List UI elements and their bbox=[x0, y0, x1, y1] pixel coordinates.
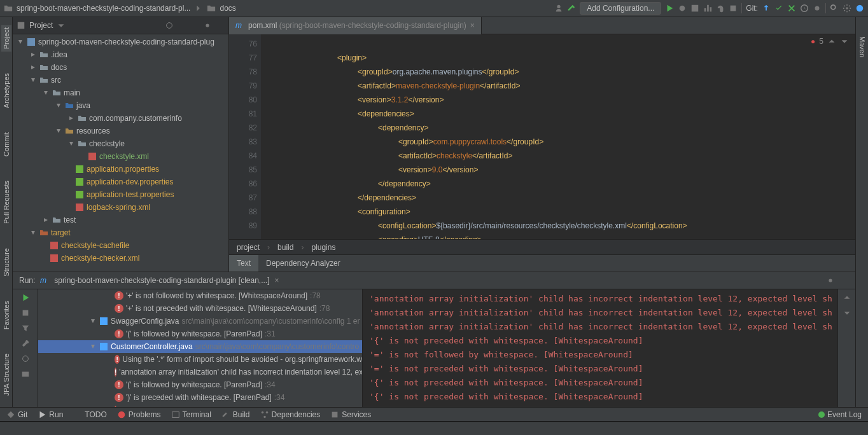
tab-maven[interactable]: Maven bbox=[858, 36, 866, 57]
tool-deps[interactable]: Dependencies bbox=[260, 410, 321, 419]
stop-icon[interactable] bbox=[729, 4, 738, 13]
run-tree-row[interactable]: !'+' is not preceded with whitespace. [W… bbox=[38, 302, 362, 315]
run-tree-row[interactable]: !Using the '.*' form of import should be… bbox=[38, 353, 362, 366]
git-push-icon[interactable] bbox=[787, 4, 796, 13]
coverage-icon[interactable] bbox=[690, 4, 699, 13]
tree-row-checkstyle-xml[interactable]: checkstyle.xml bbox=[13, 150, 228, 163]
history-icon[interactable] bbox=[800, 4, 809, 13]
select-opened-icon[interactable] bbox=[165, 21, 174, 30]
scroll-bottom-icon[interactable] bbox=[843, 308, 851, 317]
run-header: Run: m spring-boot-maven-checkstyle-codi… bbox=[13, 272, 855, 289]
sub-tab-text[interactable]: Text bbox=[229, 255, 258, 272]
tool-terminal[interactable]: Terminal bbox=[171, 410, 211, 419]
gear-icon[interactable] bbox=[843, 4, 851, 13]
run-console[interactable]: 'annotation array initialization' child … bbox=[363, 289, 837, 407]
tree-row-target[interactable]: target bbox=[13, 226, 228, 239]
tab-archetypes[interactable]: Archetypes bbox=[1, 71, 11, 111]
tree-row-pkg[interactable]: com.company.customerinfo bbox=[13, 112, 228, 125]
tree-row-root[interactable]: spring-boot-maven-checkstyle-coding-stan… bbox=[13, 36, 228, 48]
scroll-top-icon[interactable] bbox=[843, 293, 851, 302]
tree-row-app-props[interactable]: application.properties bbox=[13, 163, 228, 176]
user-icon[interactable] bbox=[554, 4, 563, 13]
tree-row-app-test-props[interactable]: application-test.properties bbox=[13, 188, 228, 201]
tool-problems[interactable]: Problems bbox=[117, 410, 161, 419]
tab-structure[interactable]: Structure bbox=[1, 245, 11, 279]
tab-project[interactable]: Project bbox=[1, 25, 11, 52]
attach-icon[interactable] bbox=[716, 4, 725, 13]
gear-icon[interactable] bbox=[826, 276, 835, 285]
tree-row-docs[interactable]: docs bbox=[13, 61, 228, 74]
tree-row-checkstyle-dir[interactable]: checkstyle bbox=[13, 137, 228, 150]
tree-row-test[interactable]: test bbox=[13, 214, 228, 226]
run-tree-row[interactable]: !'(' is followed by whitespace. [ParenPa… bbox=[38, 328, 362, 340]
target-icon[interactable] bbox=[21, 354, 30, 363]
tree-row-java[interactable]: java bbox=[13, 99, 228, 112]
run-tree-row[interactable]: !')' is preceded with whitespace. [Paren… bbox=[38, 391, 362, 404]
hide-icon[interactable] bbox=[216, 21, 225, 30]
breadcrumb-folder[interactable]: docs bbox=[220, 4, 235, 13]
revert-icon[interactable] bbox=[813, 4, 822, 13]
tab-favorites[interactable]: Favorites bbox=[1, 298, 11, 332]
tree-row-main[interactable]: main bbox=[13, 86, 228, 99]
editor-tab-bar: m pom.xml (spring-boot-maven-checkstyle-… bbox=[229, 17, 855, 34]
chevron-down-icon[interactable] bbox=[840, 37, 849, 46]
chevron-up-icon[interactable] bbox=[827, 37, 836, 46]
wrench-icon[interactable] bbox=[21, 339, 30, 348]
tree-row-idea[interactable]: .idea bbox=[13, 48, 228, 61]
stop-icon[interactable] bbox=[21, 308, 30, 317]
gear-icon[interactable] bbox=[203, 21, 212, 30]
tool-run[interactable]: Run bbox=[38, 410, 63, 419]
run-tree-row[interactable]: SwaggerConfig.java src\main\java\com\com… bbox=[38, 315, 362, 328]
editor-code[interactable]: <plugin> <groupId>org.apache.maven.plugi… bbox=[261, 34, 855, 239]
svg-point-3 bbox=[831, 5, 836, 10]
collapse-all-icon[interactable] bbox=[190, 21, 199, 30]
add-configuration-button[interactable]: Add Configuration... bbox=[580, 2, 661, 15]
project-tree[interactable]: spring-boot-maven-checkstyle-coding-stan… bbox=[13, 34, 228, 272]
tool-event-log[interactable]: Event Log bbox=[818, 410, 862, 419]
run-tree-row[interactable]: !'(' is followed by whitespace. [ParenPa… bbox=[38, 378, 362, 391]
search-icon[interactable] bbox=[830, 4, 839, 13]
run-config-name[interactable]: spring-boot-maven-checkstyle-coding-stan… bbox=[54, 276, 269, 285]
soft-wrap-icon[interactable] bbox=[843, 324, 851, 333]
hide-icon[interactable] bbox=[840, 276, 849, 285]
close-icon[interactable]: × bbox=[470, 21, 475, 30]
tree-row-app-dev-props[interactable]: application-dev.properties bbox=[13, 176, 228, 188]
chevron-down-icon[interactable] bbox=[57, 21, 66, 30]
inspection-widget[interactable]: ●5 bbox=[811, 37, 849, 46]
run-icon[interactable] bbox=[665, 4, 674, 13]
expand-all-icon[interactable] bbox=[178, 21, 186, 30]
rerun-icon[interactable] bbox=[21, 293, 30, 302]
profile-icon[interactable] bbox=[703, 4, 712, 13]
tool-build[interactable]: Build bbox=[221, 410, 250, 419]
jetbrains-icon[interactable] bbox=[855, 4, 864, 13]
tab-jpa[interactable]: JPA Structure bbox=[1, 351, 11, 398]
editor-tab-pom[interactable]: m pom.xml (spring-boot-maven-checkstyle-… bbox=[229, 17, 482, 34]
project-title[interactable]: Project bbox=[29, 21, 53, 30]
tab-commit[interactable]: Commit bbox=[1, 130, 11, 159]
tree-row-cs-checker[interactable]: checkstyle-checker.xml bbox=[13, 252, 228, 265]
tree-row-resources[interactable]: resources bbox=[13, 125, 228, 137]
tool-services[interactable]: Services bbox=[330, 410, 371, 419]
hammer-icon[interactable] bbox=[567, 4, 576, 13]
tool-git[interactable]: Git bbox=[6, 410, 27, 419]
filter-icon[interactable] bbox=[21, 324, 30, 333]
git-update-icon[interactable] bbox=[762, 4, 771, 13]
debug-icon[interactable] bbox=[678, 4, 687, 13]
git-commit-icon[interactable] bbox=[774, 4, 783, 13]
close-icon[interactable]: × bbox=[275, 276, 279, 285]
tree-row-logback[interactable]: logback-spring.xml bbox=[13, 201, 228, 214]
tool-todo[interactable]: TODO bbox=[73, 410, 106, 419]
breadcrumb-project[interactable]: spring-boot-maven-checkstyle-coding-stan… bbox=[17, 4, 190, 13]
camera-icon[interactable] bbox=[21, 369, 30, 378]
editor-body[interactable]: 7677787980818283848586878889 <plugin> <g… bbox=[229, 34, 855, 239]
run-results-tree[interactable]: !'+' is not followed by whitespace. [Whi… bbox=[38, 289, 363, 407]
sub-tab-dep-analyzer[interactable]: Dependency Analyzer bbox=[258, 255, 348, 272]
run-tree-row[interactable]: CustomerController.java src\main\java\co… bbox=[38, 340, 362, 353]
run-tree-row[interactable]: !'annotation array initialization' child… bbox=[38, 366, 362, 378]
tree-row-cs-cache[interactable]: checkstyle-cachefile bbox=[13, 239, 228, 252]
tab-pull-requests[interactable]: Pull Requests bbox=[1, 178, 11, 226]
run-tree-row[interactable]: !'+' is not followed by whitespace. [Whi… bbox=[38, 289, 362, 302]
project-header: Project bbox=[13, 17, 228, 34]
editor-breadcrumbs[interactable]: project› build› plugins bbox=[229, 239, 855, 254]
tree-row-src[interactable]: src bbox=[13, 74, 228, 86]
